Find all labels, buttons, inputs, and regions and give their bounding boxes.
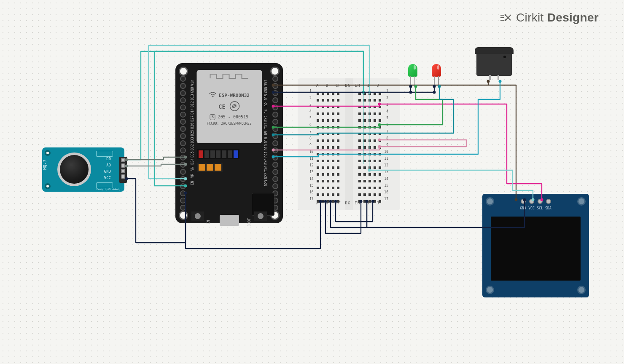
svg-point-34	[499, 80, 502, 83]
buzzer-pin-pos	[498, 75, 499, 80]
breadboard-cols-right-top: F G H I J	[338, 83, 382, 88]
component-oled[interactable]: GND VCC SCL SDA	[482, 194, 589, 297]
led-anode	[414, 76, 415, 87]
buzzer-body	[476, 54, 512, 76]
mq7-pin-d0: D0	[106, 157, 111, 161]
mount-hole	[577, 197, 586, 206]
mq7-pin-vcc: VCC	[104, 176, 111, 180]
esp32-ce: CE	[218, 103, 226, 111]
mount-hole	[179, 67, 188, 76]
breadboard-holes-left	[315, 90, 341, 205]
led-cathode	[434, 76, 435, 85]
led-bulb	[432, 64, 441, 77]
esp32-smd-row	[197, 149, 239, 159]
mount-hole	[486, 286, 494, 294]
mount-hole	[45, 150, 51, 156]
esp32-shield: ESP-WROOM32 CE R 205 - 000519 FCC9D: 2AC…	[196, 70, 262, 143]
svg-point-18	[409, 91, 412, 94]
logo-product: Designer	[547, 11, 599, 24]
esp32-pins-left	[179, 75, 187, 211]
svg-point-20	[433, 91, 436, 94]
esp32-pinlabels-left: ENVPVND34D35D32D33D25D26D27D14D12D13GNDV…	[188, 79, 196, 215]
mount-hole	[486, 197, 494, 206]
design-canvas[interactable]: Cirkit Designer MQ-7 D0 A0 GND VCC Desig…	[0, 0, 624, 364]
buzzer-pin-neg	[489, 75, 491, 80]
mount-hole	[179, 211, 188, 220]
svg-point-2	[212, 96, 213, 97]
logo-icon	[500, 13, 512, 23]
component-led-red[interactable]	[432, 64, 441, 86]
component-esp32[interactable]: ESP-WROOM32 CE R 205 - 000519 FCC9D: 2AC…	[175, 63, 283, 223]
esp32-boot-label: BOOT	[247, 218, 251, 226]
mount-hole	[270, 67, 280, 76]
wifi-icon	[209, 92, 216, 99]
component-buzzer[interactable]	[475, 47, 514, 80]
component-led-green[interactable]	[408, 64, 417, 86]
esp32-usb	[220, 215, 239, 226]
component-breadboard[interactable]: A B C D E F G H I J A B C D E F G H I J …	[298, 78, 400, 210]
led-bulb	[408, 64, 417, 77]
breadboard-holes-right	[357, 90, 382, 205]
oled-header	[521, 199, 551, 204]
svg-point-3	[230, 102, 239, 111]
mq7-pin-a0: A0	[106, 163, 111, 167]
logo-brand: Cirkit	[516, 11, 544, 24]
esp32-fcc: FCC9D: 2AC72ESPWROOM32	[200, 121, 259, 126]
mq7-header	[119, 157, 127, 183]
oled-pinlabels: GND VCC SCL SDA	[519, 206, 552, 210]
app-logo: Cirkit Designer	[500, 11, 599, 24]
esp32-id: 205 - 000519	[218, 114, 248, 120]
esp32-boot-button[interactable]	[254, 211, 267, 221]
breadboard-gap	[345, 78, 353, 210]
mount-hole	[45, 183, 51, 189]
mq7-label: MQ-7	[43, 159, 47, 169]
esp32-en-button[interactable]	[191, 211, 204, 221]
mq7-sensor-cap	[57, 153, 91, 186]
buzzer-top	[475, 47, 514, 54]
mq7-pin-gnd: GND	[104, 169, 111, 174]
led-cathode	[410, 76, 411, 85]
esp32-pins-right	[271, 75, 280, 211]
esp32-en-label: EN	[207, 220, 210, 225]
mq7-smd	[96, 151, 113, 157]
esp32-smd-row2	[197, 163, 223, 172]
esp32-shield-title: ESP-WROOM32	[219, 92, 250, 99]
svg-point-15	[487, 80, 490, 83]
oled-screen	[491, 217, 581, 281]
mount-hole	[577, 286, 586, 294]
led-anode	[438, 76, 439, 87]
espressif-icon	[230, 101, 240, 113]
component-mq7[interactable]: MQ-7 D0 A0 GND VCC Design by Cirkitdesig	[42, 147, 124, 192]
mq7-smd	[96, 182, 113, 188]
